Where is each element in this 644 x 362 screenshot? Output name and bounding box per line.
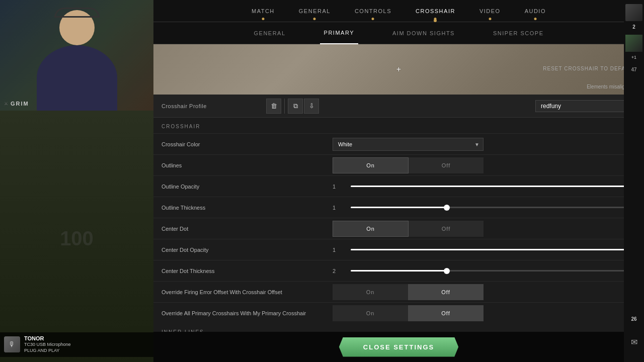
center-dot-opacity-value: 1 xyxy=(333,247,343,253)
setting-row-outline-thickness: Outline Thickness 1 xyxy=(153,197,644,218)
override-firing-off-button[interactable]: Off xyxy=(408,284,484,300)
outlines-label: Outlines xyxy=(162,162,333,168)
webcam-video: ⚔ GRIM xyxy=(0,0,153,111)
center-dot-opacity-label: Center Dot Opacity xyxy=(162,247,333,253)
crosshair-color-label: Crosshair Color xyxy=(162,141,333,147)
nav-item-audio[interactable]: AUDIO xyxy=(513,0,558,22)
subnav-ads[interactable]: AIM DOWN SIGHTS xyxy=(388,22,459,44)
outline-thickness-label: Outline Thickness xyxy=(162,205,333,211)
setting-row-crosshair-color: Crosshair Color White Red Green Blue Yel… xyxy=(153,133,644,154)
subnav-sniper[interactable]: SNIPER SCOPE xyxy=(489,22,548,44)
profile-copy-button[interactable]: ⧉ xyxy=(288,99,303,114)
nav-dot-match xyxy=(262,18,264,20)
nav-item-match[interactable]: MATCH xyxy=(239,0,287,22)
outline-opacity-slider[interactable] xyxy=(351,186,636,187)
outline-thickness-slider[interactable] xyxy=(351,207,636,208)
crosshair-color-select-wrap: White Red Green Blue Yellow Custom ▼ xyxy=(333,138,484,151)
center-dot-on-button[interactable]: On xyxy=(333,221,409,237)
crosshair-color-select[interactable]: White Red Green Blue Yellow Custom xyxy=(333,138,484,151)
setting-row-override-firing: Override Firing Error Offset With Crossh… xyxy=(153,281,644,302)
right-count-3: 47 xyxy=(631,67,636,72)
crosshair-color-control: White Red Green Blue Yellow Custom ▼ xyxy=(333,138,636,151)
nav-dot-audio xyxy=(534,18,536,20)
nav-item-general[interactable]: GENERAL xyxy=(287,0,343,22)
center-dot-label: Center Dot xyxy=(162,226,333,232)
center-dot-off-button[interactable]: Off xyxy=(409,221,484,237)
override-firing-label: Override Firing Error Offset With Crossh… xyxy=(162,289,333,295)
nav-item-controls[interactable]: CONTROLS xyxy=(343,0,404,22)
outlines-toggle-group: On Off xyxy=(333,157,484,173)
channel-name-overlay: ⚔ GRIM xyxy=(4,101,29,107)
nav-dot-video xyxy=(489,18,491,20)
right-badge-2 xyxy=(625,35,642,52)
close-settings-button[interactable]: CLOSE SETTINGS xyxy=(339,337,458,357)
inner-lines-section-header: INNER LINES xyxy=(153,323,644,332)
center-dot-thickness-label: Center Dot Thickness xyxy=(162,268,333,274)
setting-row-center-dot-thickness: Center Dot Thickness 2 xyxy=(153,260,644,281)
override-firing-control: On Off xyxy=(333,284,636,300)
outline-thickness-control: 1 xyxy=(333,205,636,211)
override-primary-off-button[interactable]: Off xyxy=(408,305,484,321)
center-dot-opacity-slider-group: 1 xyxy=(333,247,636,253)
ad-text-block: TONOR TC30 USB Microphone PLUG AND PLAY xyxy=(24,335,71,354)
setting-row-outline-opacity: Outline Opacity 1 xyxy=(153,175,644,197)
outlines-off-button[interactable]: Off xyxy=(409,157,484,173)
outlines-control: On Off xyxy=(333,157,636,173)
content-area: CROSSHAIR Crosshair Color White Red Gree… xyxy=(153,118,644,332)
center-dot-control: On Off xyxy=(333,221,636,237)
webcam-background: 100 xyxy=(0,111,153,362)
subnav-primary[interactable]: PRIMARY xyxy=(320,22,358,44)
right-badge-1 xyxy=(625,4,642,21)
center-dot-thickness-slider-group: 2 xyxy=(333,268,636,274)
subnav-general[interactable]: GENERAL xyxy=(250,22,290,44)
setting-row-outlines: Outlines On Off xyxy=(153,154,644,175)
channel-text: GRIM xyxy=(11,101,29,107)
center-dot-toggle-group: On Off xyxy=(333,221,484,237)
right-count-2: +1 xyxy=(631,55,636,60)
ad-model: TC30 USB Microphone xyxy=(24,341,71,348)
reset-crosshair-button[interactable]: RESET CROSSHAIR TO DEFAULT xyxy=(543,66,636,71)
center-dot-thickness-control: 2 xyxy=(333,268,636,274)
ad-icon: 🎙 xyxy=(4,336,20,352)
outline-opacity-slider-group: 1 xyxy=(333,184,636,190)
outline-opacity-control: 1 xyxy=(333,184,636,190)
right-panel: 2 +1 47 26 ✉ xyxy=(624,0,644,362)
profile-select-wrapper: redfuny default custom1 ▼ xyxy=(323,100,636,112)
override-primary-control: On Off xyxy=(333,305,636,321)
nav-item-video[interactable]: VIDEO xyxy=(467,0,513,22)
top-nav: MATCH GENERAL CONTROLS CROSSHAIR VIDEO A… xyxy=(153,0,644,22)
profile-icons-divider xyxy=(284,99,285,114)
sub-nav: GENERAL PRIMARY AIM DOWN SIGHTS SNIPER S… xyxy=(153,22,644,44)
override-primary-label: Override All Primary Crosshairs With My … xyxy=(162,310,333,316)
outline-opacity-value: 1 xyxy=(333,184,343,190)
settings-panel: MATCH GENERAL CONTROLS CROSSHAIR VIDEO A… xyxy=(153,0,644,362)
profile-import-button[interactable]: ⇩ xyxy=(304,99,319,114)
override-primary-toggle-group: On Off xyxy=(333,305,484,321)
profile-row: Crosshair Profile 🗑 ⧉ ⇩ redfuny default … xyxy=(153,95,644,118)
ad-brand: TONOR xyxy=(24,335,71,341)
center-dot-opacity-slider[interactable] xyxy=(351,249,636,250)
override-firing-toggle-group: On Off xyxy=(333,284,484,300)
crosshair-preview: + xyxy=(396,65,401,74)
profile-delete-button[interactable]: 🗑 xyxy=(266,99,281,114)
mail-icon[interactable]: ✉ xyxy=(631,337,637,347)
right-count-4: 26 xyxy=(631,316,636,322)
crosshair-section-header: CROSSHAIR xyxy=(153,118,644,133)
outlines-on-button[interactable]: On xyxy=(333,157,409,173)
right-count-1: 2 xyxy=(632,24,635,30)
profile-select[interactable]: redfuny default custom1 xyxy=(535,100,636,112)
preview-area: + RESET CROSSHAIR TO DEFAULT Elements mi… xyxy=(153,44,644,95)
outline-opacity-label: Outline Opacity xyxy=(162,184,333,190)
override-primary-on-button[interactable]: On xyxy=(333,305,408,321)
ad-tagline: PLUG AND PLAY xyxy=(24,347,71,354)
outline-thickness-slider-group: 1 xyxy=(333,205,636,211)
nav-item-crosshair[interactable]: CROSSHAIR xyxy=(404,0,467,22)
profile-icons: 🗑 ⧉ ⇩ xyxy=(266,99,319,114)
outline-thickness-value: 1 xyxy=(333,205,343,211)
ad-overlay: 🎙 TONOR TC30 USB Microphone PLUG AND PLA… xyxy=(0,332,153,357)
center-dot-thickness-slider[interactable] xyxy=(351,270,636,272)
bottom-bar: CLOSE SETTINGS xyxy=(153,332,644,362)
override-firing-on-button[interactable]: On xyxy=(333,284,408,300)
profile-label: Crosshair Profile xyxy=(162,103,262,109)
setting-row-center-dot: Center Dot On Off xyxy=(153,218,644,239)
